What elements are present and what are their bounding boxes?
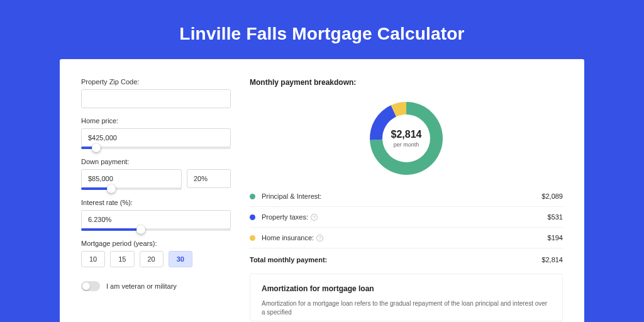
amortization-title: Amortization for mortgage loan — [262, 284, 551, 293]
home-price-slider[interactable] — [81, 147, 231, 149]
mortgage-period-label: Mortgage period (years): — [81, 240, 231, 247]
period-button-15[interactable]: 15 — [110, 251, 134, 267]
interest-rate-label: Interest rate (%): — [81, 199, 231, 206]
donut-center-sub: per month — [394, 142, 419, 148]
slider-thumb[interactable] — [107, 184, 116, 193]
legend-row: Home insurance:?$194 — [250, 228, 563, 248]
legend-dot — [250, 194, 255, 199]
info-icon[interactable]: ? — [311, 214, 318, 221]
interest-rate-slider[interactable] — [81, 228, 231, 231]
slider-thumb[interactable] — [136, 225, 145, 234]
interest-rate-input[interactable] — [81, 210, 231, 229]
breakdown-title: Monthly payment breakdown: — [250, 78, 563, 87]
period-button-30[interactable]: 30 — [169, 251, 192, 267]
total-value: $2,814 — [541, 256, 563, 264]
amortization-card: Amortization for mortgage loan Amortizat… — [250, 274, 563, 321]
breakdown-legend: Principal & Interest:$2,089Property taxe… — [250, 186, 563, 248]
period-button-20[interactable]: 20 — [140, 251, 164, 267]
breakdown-column: Monthly payment breakdown: $2,814 per mo… — [250, 78, 563, 321]
payment-donut-chart: $2,814 per month — [369, 101, 444, 176]
legend-value: $531 — [548, 213, 563, 221]
legend-label: Property taxes:? — [262, 213, 548, 221]
info-icon[interactable]: ? — [316, 235, 323, 242]
total-label: Total monthly payment: — [250, 256, 541, 264]
calculator-card: Property Zip Code: Home price: Down paym… — [60, 59, 584, 322]
legend-row: Property taxes:?$531 — [250, 207, 563, 228]
legend-row: Principal & Interest:$2,089 — [250, 186, 563, 207]
home-price-label: Home price: — [81, 117, 231, 125]
legend-value: $194 — [548, 234, 563, 242]
home-price-input[interactable] — [81, 128, 231, 147]
amortization-text: Amortization for a mortgage loan refers … — [262, 299, 551, 317]
donut-center-value: $2,814 — [391, 129, 422, 140]
input-column: Property Zip Code: Home price: Down paym… — [81, 78, 231, 321]
down-payment-slider[interactable] — [81, 187, 182, 190]
legend-label: Home insurance:? — [262, 234, 548, 242]
period-button-10[interactable]: 10 — [81, 251, 105, 267]
slider-thumb[interactable] — [92, 143, 101, 152]
zip-input[interactable] — [81, 89, 231, 108]
legend-dot — [250, 214, 255, 220]
zip-label: Property Zip Code: — [81, 78, 231, 86]
veteran-toggle[interactable] — [81, 281, 100, 291]
legend-value: $2,089 — [541, 192, 563, 200]
down-payment-input[interactable] — [81, 169, 182, 188]
veteran-label: I am veteran or military — [106, 282, 177, 290]
legend-label: Principal & Interest: — [262, 192, 541, 200]
down-payment-label: Down payment: — [81, 158, 231, 165]
down-payment-pct-input[interactable] — [187, 169, 231, 188]
page-title: Linville Falls Mortgage Calculator — [0, 0, 644, 59]
mortgage-period-group: 10152030 — [81, 251, 231, 267]
legend-dot — [250, 235, 255, 241]
